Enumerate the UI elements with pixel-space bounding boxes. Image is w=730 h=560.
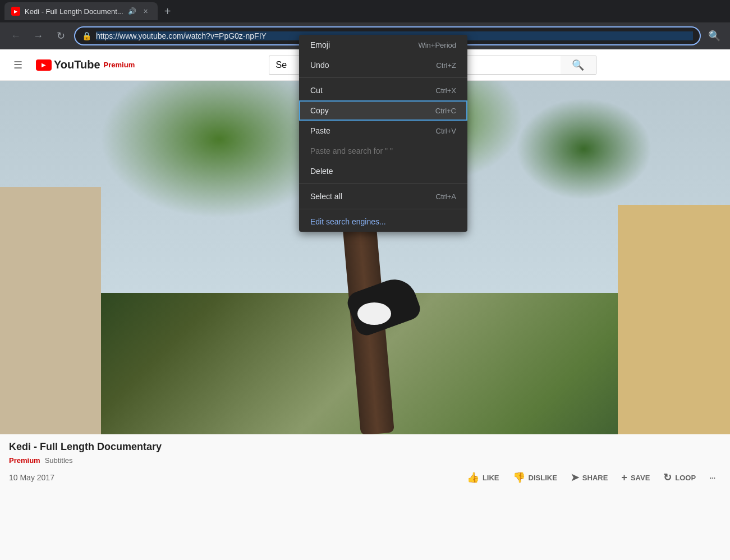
context-menu-label-paste: Paste bbox=[310, 126, 330, 135]
context-menu-item-undo[interactable]: UndoCtrl+Z bbox=[299, 55, 467, 75]
context-menu-label-paste_search: Paste and search for " " bbox=[310, 146, 393, 155]
context-menu-item-delete[interactable]: Delete bbox=[299, 161, 467, 181]
context-menu-item-emoji[interactable]: EmojiWin+Period bbox=[299, 35, 467, 55]
context-menu-shortcut-cut: Ctrl+X bbox=[436, 86, 456, 95]
context-menu-label-copy: Copy bbox=[310, 106, 329, 115]
context-menu-shortcut-paste: Ctrl+V bbox=[436, 127, 456, 135]
context-menu-item-select_all[interactable]: Select allCtrl+A bbox=[299, 186, 467, 206]
context-menu-separator bbox=[299, 209, 467, 209]
context-menu-item-cut[interactable]: CutCtrl+X bbox=[299, 80, 467, 100]
context-menu-shortcut-select_all: Ctrl+A bbox=[436, 192, 456, 201]
context-menu-overlay[interactable]: EmojiWin+PeriodUndoCtrl+ZCutCtrl+XCopyCt… bbox=[0, 0, 730, 560]
context-menu-item-copy[interactable]: CopyCtrl+C bbox=[299, 100, 467, 121]
context-menu-label-cut: Cut bbox=[310, 86, 323, 95]
context-menu-item-edit_search[interactable]: Edit search engines... bbox=[299, 212, 467, 232]
context-menu-label-delete: Delete bbox=[310, 167, 333, 176]
context-menu-item-paste_search: Paste and search for " " bbox=[299, 141, 467, 161]
context-menu-label-select_all: Select all bbox=[310, 192, 342, 201]
context-menu-label-undo: Undo bbox=[310, 61, 329, 70]
context-menu-shortcut-emoji: Win+Period bbox=[418, 41, 456, 49]
context-menu-item-paste[interactable]: PasteCtrl+V bbox=[299, 121, 467, 141]
context-menu-separator bbox=[299, 77, 467, 78]
context-menu-separator bbox=[299, 183, 467, 184]
context-menu-shortcut-undo: Ctrl+Z bbox=[436, 61, 456, 70]
context-menu-label-edit_search: Edit search engines... bbox=[310, 217, 386, 226]
context-menu-label-emoji: Emoji bbox=[310, 40, 330, 49]
context-menu: EmojiWin+PeriodUndoCtrl+ZCutCtrl+XCopyCt… bbox=[299, 35, 467, 232]
context-menu-shortcut-copy: Ctrl+C bbox=[435, 107, 456, 115]
